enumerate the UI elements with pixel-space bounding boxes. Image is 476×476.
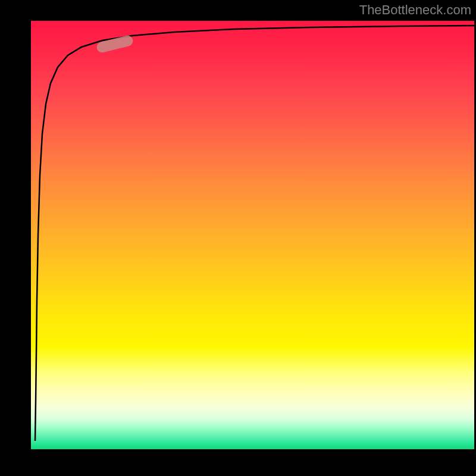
chart-plot-area xyxy=(31,21,474,449)
curve-path xyxy=(35,26,474,441)
watermark-text: TheBottleneck.com xyxy=(359,2,471,18)
highlight-marker xyxy=(96,35,134,54)
bottleneck-curve xyxy=(31,21,474,449)
